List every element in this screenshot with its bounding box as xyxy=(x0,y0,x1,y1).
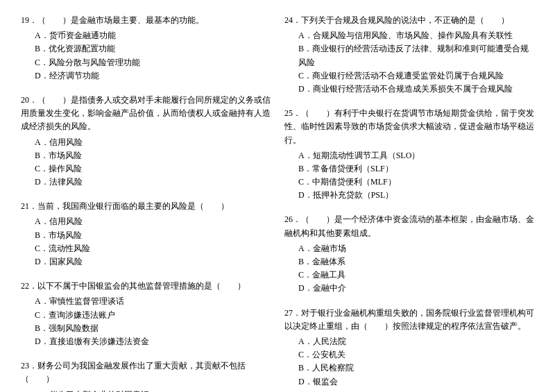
option-q19-1: B．优化资源配置功能 xyxy=(21,42,271,56)
option-q24-2: C．商业银行经营活动不合规遭受监管处罚属于合规风险 xyxy=(284,69,534,83)
question-title-q22: 22．以下不属于中国银监会的其他监督管理措施的是（ ） xyxy=(21,280,271,293)
question-title-q25: 25．（ ）有利于中央银行在货调节市场短期货金供给，留于突发性、临时性因素导致的… xyxy=(284,107,534,147)
option-q23-0: A．催生了大型企业的财团意识 xyxy=(21,389,271,393)
option-q19-2: C．风险分散与风险管理功能 xyxy=(21,56,271,69)
question-block-q24: 24．下列关于合规及合规风险的说法中，不正确的是（ ）A．合规风险与信用风险、市… xyxy=(284,14,534,96)
question-block-q26: 26．（ ）是一个经济体中资金流动的基本框架，由金融市场、金融机构和其他要素组成… xyxy=(284,213,534,295)
question-block-q25: 25．（ ）有利于中央银行在货调节市场短期货金供给，留于突发性、临时性因素导致的… xyxy=(284,107,534,202)
option-q22-1: C．查询涉嫌违法账户 xyxy=(21,309,271,322)
option-q21-2: C．流动性风险 xyxy=(21,242,271,255)
option-q27-3: D．银监会 xyxy=(284,375,534,389)
option-q24-3: D．商业银行经营活动不合规造成关系损失不属于合规风险 xyxy=(284,83,534,96)
question-title-q20: 20．（ ）是指债务人或交易对手未能履行合同所规定的义务或信用质量发生变化，影响… xyxy=(21,94,271,134)
option-q27-0: A．人民法院 xyxy=(284,335,534,348)
option-q25-2: C．中期借贷便利（MLF） xyxy=(284,176,534,189)
option-q25-0: A．短期流动性调节工具（SLO） xyxy=(284,149,534,162)
question-title-q19: 19．（ ）是金融市场最主要、最基本的功能。 xyxy=(21,14,271,27)
option-q21-0: A．信用风险 xyxy=(21,215,271,228)
question-block-q21: 21．当前，我国商业银行面临的最主要的风险是（ ）A．信用风险B．市场风险C．流… xyxy=(21,200,271,269)
option-q21-3: D．国家风险 xyxy=(21,255,271,269)
option-q22-2: B．强制风险数据 xyxy=(21,322,271,335)
question-title-q23: 23．财务公司为我国金融发展作出了重大贡献，其贡献不包括（ ） xyxy=(21,359,271,386)
option-q20-0: A．信用风险 xyxy=(21,136,271,149)
question-block-q27: 27．对于银行业金融机构重组失败的，国务院银行业监督管理机构可以决定终止重组，由… xyxy=(284,307,534,389)
option-q20-3: D．法律风险 xyxy=(21,176,271,189)
question-title-q27: 27．对于银行业金融机构重组失败的，国务院银行业监督管理机构可以决定终止重组，由… xyxy=(284,307,534,333)
option-q19-0: A．货币资金融通功能 xyxy=(21,29,271,42)
option-q26-1: B．金融体系 xyxy=(284,255,534,269)
option-q27-2: B．人民检察院 xyxy=(284,361,534,375)
question-block-q22: 22．以下不属于中国银监会的其他监督管理措施的是（ ）A．审慎性监督管理谈话C．… xyxy=(21,280,271,348)
option-q21-1: B．市场风险 xyxy=(21,229,271,242)
option-q24-0: A．合规风险与信用风险、市场风险、操作风险具有关联性 xyxy=(284,29,534,42)
right-column: 24．下列关于合规及合规风险的说法中，不正确的是（ ）A．合规风险与信用风险、市… xyxy=(284,14,534,392)
option-q26-0: A．金融市场 xyxy=(284,242,534,255)
question-title-q26: 26．（ ）是一个经济体中资金流动的基本框架，由金融市场、金融机构和其他要素组成… xyxy=(284,213,534,239)
left-column: 19．（ ）是金融市场最主要、最基本的功能。A．货币资金融通功能B．优化资源配置… xyxy=(21,14,271,392)
option-q26-2: C．金融工具 xyxy=(284,269,534,282)
question-title-q21: 21．当前，我国商业银行面临的最主要的风险是（ ） xyxy=(21,200,271,213)
option-q27-1: C．公安机关 xyxy=(284,348,534,361)
question-block-q19: 19．（ ）是金融市场最主要、最基本的功能。A．货币资金融通功能B．优化资源配置… xyxy=(21,14,271,83)
question-block-q20: 20．（ ）是指债务人或交易对手未能履行合同所规定的义务或信用质量发生变化，影响… xyxy=(21,94,271,189)
option-q25-3: D．抵押补充贷款（PSL） xyxy=(284,189,534,202)
page-container: 19．（ ）是金融市场最主要、最基本的功能。A．货币资金融通功能B．优化资源配置… xyxy=(21,14,534,392)
option-q26-3: D．金融中介 xyxy=(284,282,534,295)
option-q20-1: B．市场风险 xyxy=(21,149,271,162)
option-q25-1: B．常备借贷便利（SLF） xyxy=(284,162,534,176)
option-q20-2: C．操作风险 xyxy=(21,162,271,176)
option-q22-3: D．直接追缴有关涉嫌违法资金 xyxy=(21,335,271,348)
question-title-q24: 24．下列关于合规及合规风险的说法中，不正确的是（ ） xyxy=(284,14,534,27)
question-block-q23: 23．财务公司为我国金融发展作出了重大贡献，其贡献不包括（ ）A．催生了大型企业… xyxy=(21,359,271,392)
option-q19-3: D．经济调节功能 xyxy=(21,69,271,83)
option-q24-1: B．商业银行的经营活动违反了法律、规制和准则可能遭受合规风险 xyxy=(284,42,534,69)
option-q22-0: A．审慎性监督管理谈话 xyxy=(21,295,271,308)
